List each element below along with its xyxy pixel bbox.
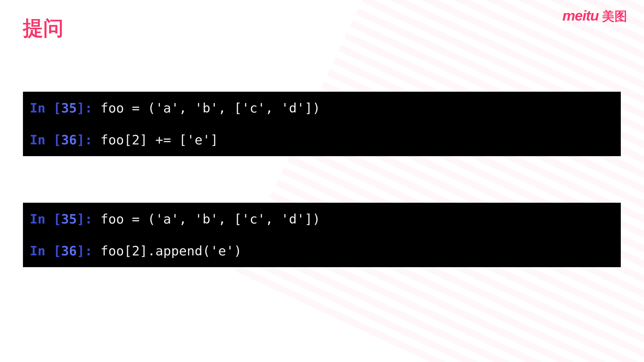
code-text: foo = ('a', 'b', ['c', 'd']) bbox=[100, 100, 320, 116]
code-text: foo = ('a', 'b', ['c', 'd']) bbox=[100, 211, 320, 227]
code-block-1: In [35]: foo = ('a', 'b', ['c', 'd']) In… bbox=[23, 92, 621, 156]
code-text: foo[2] += ['e'] bbox=[100, 132, 218, 147]
code-line: In [36]: foo[2] += ['e'] bbox=[30, 131, 614, 149]
code-block-2: In [35]: foo = ('a', 'b', ['c', 'd']) In… bbox=[23, 203, 621, 267]
code-text: foo[2].append('e') bbox=[100, 243, 242, 259]
brand-logo: meitu 美图 bbox=[562, 7, 627, 25]
ipython-prompt: In [35]: bbox=[30, 211, 100, 227]
background-diagonal-stripes bbox=[214, 0, 644, 362]
brand-name-cn: 美图 bbox=[602, 8, 627, 25]
ipython-prompt: In [36]: bbox=[30, 243, 100, 259]
ipython-prompt: In [35]: bbox=[30, 100, 100, 116]
code-line: In [35]: foo = ('a', 'b', ['c', 'd']) bbox=[30, 210, 614, 228]
brand-name-en: meitu bbox=[562, 7, 598, 24]
ipython-prompt: In [36]: bbox=[30, 132, 100, 147]
code-line: In [36]: foo[2].append('e') bbox=[30, 242, 614, 260]
code-line: In [35]: foo = ('a', 'b', ['c', 'd']) bbox=[30, 99, 614, 117]
slide-title: 提问 bbox=[23, 14, 64, 42]
